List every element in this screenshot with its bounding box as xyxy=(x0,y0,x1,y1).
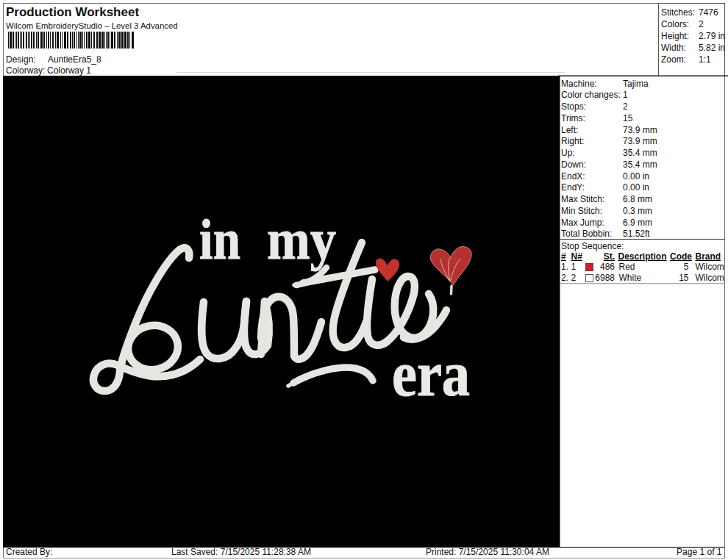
svg-text:Last Saved: 7/15/2025 11:28:38: Last Saved: 7/15/2025 11:28:38 AM xyxy=(171,547,311,557)
svg-text:5.82 in: 5.82 in xyxy=(699,43,725,53)
svg-text:Max Stitch:: Max Stitch: xyxy=(561,194,604,204)
svg-text:2.79 in: 2.79 in xyxy=(699,31,725,41)
svg-text:35.4 mm: 35.4 mm xyxy=(623,159,657,170)
svg-text:Printed: 7/15/2025 11:30:04 AM: Printed: 7/15/2025 11:30:04 AM xyxy=(426,547,549,557)
svg-text:Production Worksheet: Production Worksheet xyxy=(6,5,139,19)
svg-text:Design:: Design: xyxy=(6,54,36,65)
svg-text:2: 2 xyxy=(571,273,577,283)
svg-text:0.00 in: 0.00 in xyxy=(623,182,649,193)
svg-text:Brand: Brand xyxy=(696,251,721,262)
svg-text:7476: 7476 xyxy=(699,7,718,18)
svg-text:EndY:: EndY: xyxy=(561,182,585,193)
svg-text:Min Stitch:: Min Stitch: xyxy=(561,206,602,216)
svg-text:15: 15 xyxy=(679,273,689,283)
svg-text:1: 1 xyxy=(623,90,628,100)
svg-text:6.9 mm: 6.9 mm xyxy=(623,218,652,228)
svg-text:Down:: Down: xyxy=(561,159,586,170)
svg-text:AuntieEra5_8: AuntieEra5_8 xyxy=(48,54,101,65)
svg-text:Total Bobbin:: Total Bobbin: xyxy=(561,229,612,239)
svg-text:0.00 in: 0.00 in xyxy=(623,171,649,182)
svg-text:Height:: Height: xyxy=(661,31,689,41)
svg-text:Description: Description xyxy=(618,251,667,262)
svg-text:6.8 mm: 6.8 mm xyxy=(623,194,652,204)
svg-text:era: era xyxy=(392,339,470,409)
svg-text:0.3 mm: 0.3 mm xyxy=(623,206,652,216)
svg-text:Colorway:: Colorway: xyxy=(6,65,45,76)
svg-text:Red: Red xyxy=(619,262,635,272)
svg-text:35.4 mm: 35.4 mm xyxy=(623,148,657,158)
svg-text:N#: N# xyxy=(571,251,583,262)
svg-text:in: in xyxy=(199,207,240,271)
svg-text:Trims:: Trims: xyxy=(561,113,585,123)
svg-text:St.: St. xyxy=(604,251,615,262)
svg-text:Left:: Left: xyxy=(561,125,578,135)
svg-text:1: 1 xyxy=(571,262,577,272)
svg-text:73.9 mm: 73.9 mm xyxy=(623,136,657,146)
svg-text:Tajima: Tajima xyxy=(623,79,649,89)
svg-text:486: 486 xyxy=(600,262,615,272)
svg-text:my: my xyxy=(267,207,336,271)
svg-text:51.52ft: 51.52ft xyxy=(623,229,650,239)
svg-text:Zoom:: Zoom: xyxy=(661,54,686,65)
svg-text:1:1: 1:1 xyxy=(699,54,711,65)
svg-text:Stitches:: Stitches: xyxy=(661,7,695,18)
svg-text:Created By:: Created By: xyxy=(6,547,52,557)
svg-text:Wilcom: Wilcom xyxy=(696,262,724,272)
svg-text:EndX:: EndX: xyxy=(561,171,585,182)
svg-text:6988: 6988 xyxy=(595,273,615,283)
svg-text:Wilcom EmbroideryStudio – Leve: Wilcom EmbroideryStudio – Level 3 Advanc… xyxy=(6,21,178,30)
svg-text:Stop Sequence:: Stop Sequence: xyxy=(561,241,624,251)
svg-text:1.: 1. xyxy=(561,262,568,272)
svg-text:Stops:: Stops: xyxy=(561,101,586,112)
svg-text:73.9 mm: 73.9 mm xyxy=(623,125,657,135)
svg-text:Up:: Up: xyxy=(561,148,575,158)
svg-text:Wilcom: Wilcom xyxy=(696,273,724,283)
svg-text:15: 15 xyxy=(623,113,633,123)
svg-text:Colors:: Colors: xyxy=(661,19,689,29)
svg-text:2.: 2. xyxy=(561,273,568,283)
svg-text:2: 2 xyxy=(623,101,628,112)
svg-text:#: # xyxy=(561,251,566,262)
svg-text:Max Jump:: Max Jump: xyxy=(561,218,604,228)
svg-text:5: 5 xyxy=(684,262,689,272)
svg-text:Right:: Right: xyxy=(561,136,584,146)
svg-text:Width:: Width: xyxy=(661,43,686,53)
svg-text:Colorway 1: Colorway 1 xyxy=(47,65,91,76)
svg-text:Color changes:: Color changes: xyxy=(561,90,621,100)
svg-text:White: White xyxy=(619,273,642,283)
svg-text:Machine:: Machine: xyxy=(561,79,597,89)
svg-text:Page 1 of 1: Page 1 of 1 xyxy=(677,547,722,557)
svg-text:Code: Code xyxy=(670,251,692,262)
svg-text:2: 2 xyxy=(699,19,704,29)
